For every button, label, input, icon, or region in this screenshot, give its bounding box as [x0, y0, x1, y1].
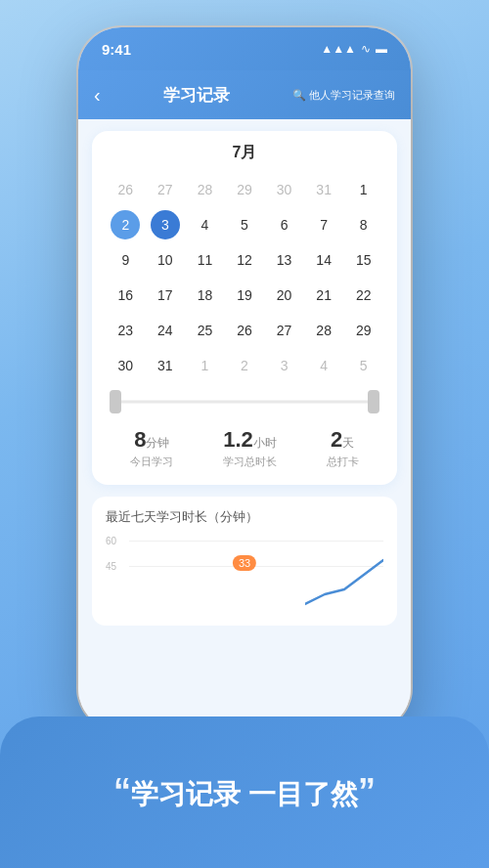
- status-icons: ▲▲▲ ∿ ▬: [321, 42, 387, 56]
- table-row: 24: [146, 314, 186, 347]
- table-row: 20: [264, 279, 304, 312]
- search-icon: 🔍: [292, 89, 306, 102]
- total-hours-unit: 小时: [253, 436, 277, 450]
- search-others-button[interactable]: 🔍 他人学习记录查询: [292, 88, 395, 103]
- total-hours-value: 1.2小时: [223, 427, 277, 453]
- table-row: 27: [264, 314, 304, 347]
- table-row: 11: [185, 243, 225, 277]
- table-row: 15: [343, 243, 383, 277]
- slider-thumb-left[interactable]: [110, 390, 121, 413]
- table-row[interactable]: 3: [146, 208, 186, 241]
- table-row: 12: [225, 243, 265, 277]
- table-row: 27: [146, 173, 186, 206]
- search-others-label: 他人学习记录查询: [309, 88, 395, 103]
- table-row: 30: [264, 173, 304, 206]
- table-row[interactable]: 2: [106, 208, 146, 241]
- table-row: 26: [225, 314, 265, 347]
- calendar-day-3: 3: [151, 210, 180, 239]
- chart-gridline-60: [129, 541, 383, 542]
- stat-check-in: 2天 总打卡: [327, 427, 359, 469]
- bottom-quote-section: “学习记录 一目了然”: [0, 716, 489, 868]
- slider-track: [110, 401, 379, 404]
- slider-thumb-right[interactable]: [368, 390, 379, 413]
- calendar-card: 7月 26 27 28 29 30 31 1 2 3 4 5 6 7 8 9: [92, 131, 397, 485]
- table-row: 5: [343, 349, 383, 382]
- table-row: 7: [304, 208, 344, 241]
- chart-title: 最近七天学习时长（分钟）: [106, 508, 383, 526]
- table-row: 29: [343, 314, 383, 347]
- table-row: 8: [343, 208, 383, 241]
- chart-area: 60 45 33: [106, 536, 383, 614]
- table-row: 1: [185, 349, 225, 382]
- app-header: ‹ 学习记录 🔍 他人学习记录查询: [78, 70, 411, 119]
- battery-icon: ▬: [376, 42, 387, 56]
- table-row: 4: [304, 349, 344, 382]
- table-row: 21: [304, 279, 344, 312]
- close-quote-mark: ”: [358, 771, 376, 811]
- table-row: 16: [106, 279, 146, 312]
- table-row: 31: [146, 349, 186, 382]
- check-in-value: 2天: [327, 427, 359, 453]
- table-row: 10: [146, 243, 186, 277]
- table-row: 9: [106, 243, 146, 277]
- calendar-day-2: 2: [111, 210, 140, 239]
- phone-frame: 9:41 ▲▲▲ ∿ ▬ ‹ 学习记录 🔍 他人学习记录查询 7月 26 27 …: [78, 27, 411, 731]
- table-row: 19: [225, 279, 265, 312]
- status-time: 9:41: [102, 41, 131, 58]
- main-content: 7月 26 27 28 29 30 31 1 2 3 4 5 6 7 8 9: [78, 119, 411, 731]
- today-study-label: 今日学习: [130, 455, 173, 469]
- calendar-month: 7月: [106, 143, 383, 163]
- chart-y-label-45: 45: [106, 561, 116, 572]
- table-row: 18: [185, 279, 225, 312]
- total-hours-label: 学习总时长: [223, 455, 277, 469]
- check-in-unit: 天: [342, 436, 354, 450]
- table-row: 1: [343, 173, 383, 206]
- today-study-value: 8分钟: [130, 427, 173, 453]
- table-row: 5: [225, 208, 265, 241]
- chart-y-label-60: 60: [106, 536, 116, 546]
- page-title: 学习记录: [163, 84, 230, 107]
- table-row: 6: [264, 208, 304, 241]
- calendar-grid: 26 27 28 29 30 31 1 2 3 4 5 6 7 8 9 10 1…: [106, 173, 383, 382]
- back-button[interactable]: ‹: [94, 84, 101, 107]
- stat-total-hours: 1.2小时 学习总时长: [223, 427, 277, 469]
- table-row: 28: [185, 173, 225, 206]
- table-row: 30: [106, 349, 146, 382]
- open-quote-mark: “: [113, 771, 131, 811]
- table-row: 31: [304, 173, 344, 206]
- stat-today-study: 8分钟 今日学习: [130, 427, 173, 469]
- date-range-slider[interactable]: [110, 390, 379, 413]
- table-row: 13: [264, 243, 304, 277]
- table-row: 3: [264, 349, 304, 382]
- chart-value-badge: 33: [233, 555, 256, 571]
- table-row: 14: [304, 243, 344, 277]
- bottom-quote-text: “学习记录 一目了然”: [113, 767, 376, 816]
- table-row: 26: [106, 173, 146, 206]
- table-row: 28: [304, 314, 344, 347]
- table-row: 25: [185, 314, 225, 347]
- stats-row: 8分钟 今日学习 1.2小时 学习总时长 2天 总打卡: [106, 427, 383, 469]
- check-in-label: 总打卡: [327, 455, 359, 469]
- wifi-icon: ∿: [361, 42, 371, 56]
- chart-line-curve: [305, 555, 383, 614]
- table-row: 2: [225, 349, 265, 382]
- table-row: 23: [106, 314, 146, 347]
- chart-section: 最近七天学习时长（分钟） 60 45 33: [92, 497, 397, 626]
- quote-content: 学习记录 一目了然: [131, 779, 358, 809]
- table-row: 4: [185, 208, 225, 241]
- table-row: 29: [225, 173, 265, 206]
- status-bar: 9:41 ▲▲▲ ∿ ▬: [78, 27, 411, 70]
- today-study-unit: 分钟: [146, 436, 169, 450]
- signal-icon: ▲▲▲: [321, 42, 356, 56]
- table-row: 22: [343, 279, 383, 312]
- table-row: 17: [146, 279, 186, 312]
